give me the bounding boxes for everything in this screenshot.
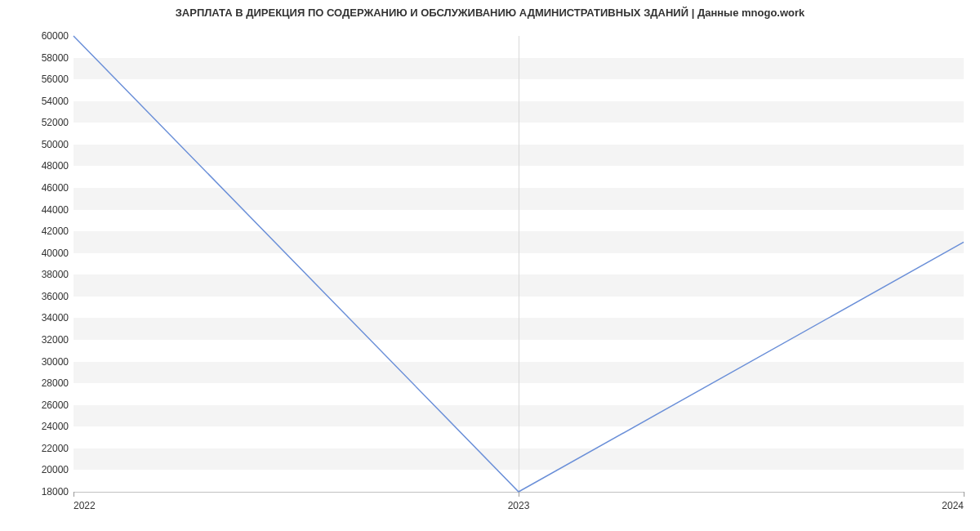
y-tick-label: 34000: [42, 312, 69, 324]
x-tick: [519, 492, 519, 497]
y-tick-label: 22000: [42, 443, 69, 454]
x-tick: [74, 492, 74, 497]
y-tick-label: 24000: [42, 421, 69, 432]
y-tick-label: 46000: [42, 182, 69, 194]
y-tick-label: 26000: [42, 399, 69, 411]
chart-title: ЗАРПЛАТА В ДИРЕКЦИЯ ПО СОДЕРЖАНИЮ И ОБСЛ…: [0, 7, 980, 19]
y-tick-label: 56000: [42, 74, 69, 85]
y-tick-label: 18000: [42, 486, 69, 498]
x-tick-label: 2023: [508, 500, 530, 511]
y-tick-label: 32000: [42, 334, 69, 346]
y-tick-label: 44000: [42, 204, 69, 216]
y-tick-label: 38000: [42, 269, 69, 280]
y-tick-label: 52000: [42, 117, 69, 128]
x-tick-label: 2022: [74, 500, 96, 511]
y-tick-label: 40000: [42, 248, 69, 259]
y-tick-label: 50000: [42, 139, 69, 150]
chart-container: ЗАРПЛАТА В ДИРЕКЦИЯ ПО СОДЕРЖАНИЮ И ОБСЛ…: [0, 0, 980, 531]
x-tick-label: 2024: [942, 500, 964, 511]
y-tick-label: 28000: [42, 377, 69, 389]
y-tick-label: 30000: [42, 356, 69, 368]
plot-area: 1800020000220002400026000280003000032000…: [74, 36, 964, 493]
y-tick-label: 60000: [42, 30, 69, 42]
data-line: [74, 36, 964, 492]
y-tick-label: 36000: [42, 291, 69, 302]
y-tick-label: 42000: [42, 225, 69, 237]
y-tick-label: 48000: [42, 160, 69, 172]
line-layer: [74, 36, 964, 492]
y-tick-label: 20000: [42, 464, 69, 475]
y-tick-label: 58000: [42, 52, 69, 64]
x-tick: [964, 492, 964, 497]
y-tick-label: 54000: [42, 96, 69, 107]
